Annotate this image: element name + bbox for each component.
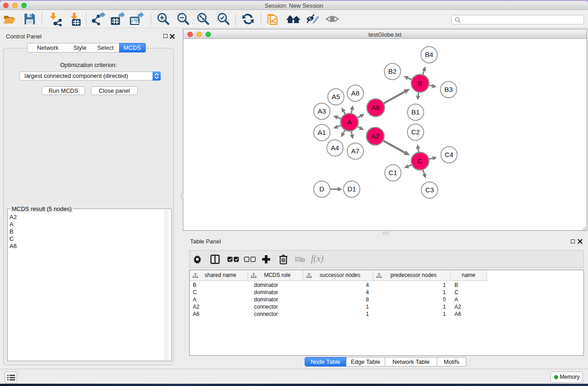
svg-text:A3: A3	[318, 107, 326, 115]
svg-text:B3: B3	[445, 86, 453, 93]
svg-text:C1: C1	[388, 169, 397, 176]
svg-text:A6: A6	[372, 104, 380, 111]
svg-text:C: C	[418, 157, 423, 165]
svg-text:D1: D1	[347, 185, 356, 193]
svg-text:A2: A2	[371, 132, 379, 140]
svg-text:B2: B2	[388, 67, 397, 75]
svg-text:D: D	[320, 185, 325, 193]
svg-text:C2: C2	[411, 128, 420, 136]
svg-text:B1: B1	[411, 108, 420, 116]
svg-text:A5: A5	[332, 93, 340, 100]
svg-text:A: A	[347, 118, 352, 126]
svg-text:A1: A1	[318, 129, 326, 136]
svg-text:A8: A8	[351, 89, 359, 97]
svg-text:C3: C3	[425, 186, 434, 194]
svg-text:A4: A4	[331, 144, 339, 152]
svg-text:A7: A7	[351, 147, 359, 155]
svg-text:B: B	[418, 79, 422, 87]
svg-text:C4: C4	[445, 151, 453, 158]
svg-text:B4: B4	[425, 51, 433, 58]
